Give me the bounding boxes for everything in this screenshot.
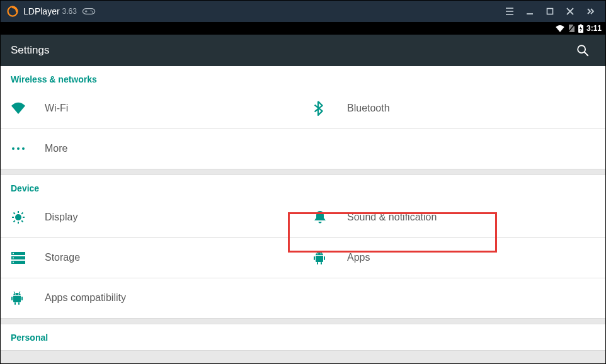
storage-icon <box>11 251 36 264</box>
expand-button[interactable] <box>580 1 600 22</box>
svg-point-18 <box>12 147 14 150</box>
settings-item-label: Wi-Fi <box>45 103 68 114</box>
minimize-button[interactable] <box>520 1 540 22</box>
settings-item-wifi[interactable]: Wi-Fi <box>1 88 303 128</box>
svg-line-45 <box>19 292 20 293</box>
svg-line-44 <box>14 292 15 293</box>
wifi-icon <box>555 25 565 32</box>
svg-rect-51 <box>18 302 20 305</box>
svg-point-20 <box>22 147 25 150</box>
window-titlebar: LDPlayer 3.63 <box>1 1 605 22</box>
settings-item-apps[interactable]: Apps <box>303 237 605 278</box>
svg-point-47 <box>18 293 20 295</box>
settings-item-bluetooth[interactable]: Bluetooth <box>303 88 605 128</box>
menu-button[interactable] <box>500 1 520 22</box>
svg-line-26 <box>14 213 15 214</box>
svg-rect-15 <box>580 25 581 26</box>
svg-point-39 <box>321 253 322 254</box>
settings-item-label: Display <box>45 212 77 223</box>
settings-item-label: Apps <box>347 252 370 263</box>
android-status-bar: 3:11 <box>1 22 605 35</box>
svg-rect-50 <box>14 302 16 305</box>
settings-item-label: Apps compatibility <box>45 292 126 304</box>
svg-point-21 <box>15 214 21 220</box>
section-device: Device Display Sound & notification Stor… <box>1 175 605 318</box>
settings-item-label: More <box>45 143 67 154</box>
no-sim-icon <box>568 24 575 33</box>
display-icon <box>11 210 36 225</box>
settings-item-sound[interactable]: Sound & notification <box>303 197 605 237</box>
maximize-button[interactable] <box>540 1 560 22</box>
svg-line-37 <box>321 251 323 253</box>
more-icon <box>11 146 36 151</box>
svg-rect-42 <box>317 262 318 264</box>
svg-rect-49 <box>21 297 23 300</box>
svg-rect-40 <box>314 256 315 260</box>
empty-cell <box>303 128 605 169</box>
settings-item-storage[interactable]: Storage <box>1 237 303 278</box>
app-version: 3.63 <box>62 7 77 16</box>
svg-point-5 <box>92 11 93 13</box>
gamepad-icon <box>82 7 96 16</box>
bell-icon <box>313 210 338 225</box>
svg-rect-1 <box>83 9 94 14</box>
section-header-device: Device <box>1 175 605 197</box>
settings-item-label: Storage <box>45 252 80 263</box>
svg-rect-48 <box>11 297 13 300</box>
svg-line-36 <box>316 251 317 253</box>
battery-charging-icon <box>578 24 584 33</box>
svg-point-46 <box>15 293 16 295</box>
bluetooth-icon <box>313 101 338 116</box>
svg-point-19 <box>17 147 20 150</box>
svg-rect-43 <box>321 262 322 264</box>
settings-item-label: Sound & notification <box>347 212 437 223</box>
section-wireless: Wireless & networks Wi-Fi Bluetooth More <box>1 66 605 169</box>
settings-content: Wireless & networks Wi-Fi Bluetooth More <box>1 66 605 363</box>
settings-item-display[interactable]: Display <box>1 197 303 237</box>
settings-item-more[interactable]: More <box>1 128 303 169</box>
search-button[interactable] <box>570 38 595 63</box>
android-icon <box>11 291 36 305</box>
svg-line-27 <box>21 220 23 222</box>
svg-rect-10 <box>547 9 553 14</box>
section-personal: Personal <box>1 324 605 350</box>
svg-point-38 <box>317 253 319 254</box>
settings-item-label: Bluetooth <box>347 103 390 114</box>
svg-point-35 <box>13 262 14 263</box>
settings-appbar: Settings <box>1 35 605 66</box>
settings-item-apps-compatibility[interactable]: Apps compatibility <box>1 278 303 318</box>
svg-line-29 <box>21 213 23 214</box>
section-header-personal: Personal <box>1 324 605 350</box>
app-logo-icon <box>7 6 18 17</box>
section-header-wireless: Wireless & networks <box>1 66 605 88</box>
svg-point-4 <box>91 10 92 11</box>
close-button[interactable] <box>560 1 580 22</box>
android-icon <box>313 251 338 264</box>
svg-line-17 <box>585 52 588 56</box>
status-time: 3:11 <box>586 24 602 33</box>
wifi-icon <box>11 102 36 115</box>
svg-rect-41 <box>324 256 325 260</box>
app-name: LDPlayer <box>23 6 60 16</box>
page-title: Settings <box>11 44 49 57</box>
empty-cell <box>303 278 605 318</box>
svg-point-33 <box>13 253 14 254</box>
svg-point-34 <box>13 258 14 259</box>
svg-line-28 <box>14 220 15 222</box>
